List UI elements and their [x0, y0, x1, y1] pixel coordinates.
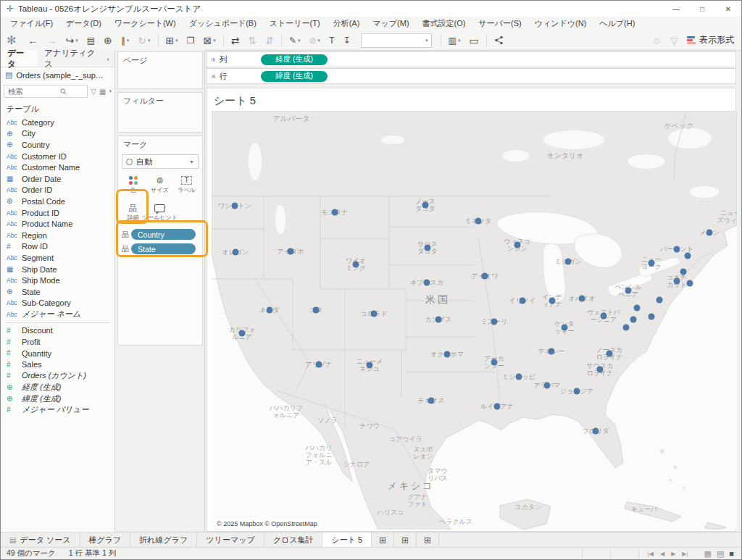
refresh-icon[interactable]: ↻▾ — [133, 35, 154, 46]
map-mark-dot[interactable]: Texas — [428, 398, 435, 404]
tableau-logo-icon[interactable]: ✻ — [1, 33, 23, 47]
map-mark-dot[interactable]: Pennsylvania — [625, 288, 632, 294]
map-mark-dot[interactable]: Arizona — [316, 362, 322, 368]
show-mark-labels-icon[interactable]: T — [325, 36, 338, 45]
columns-shelf[interactable]: ≡ 列 経度 (生成) — [206, 51, 736, 67]
map-mark-dot[interactable]: Vermont — [674, 246, 680, 253]
view-grid-icon[interactable]: ▦ — [99, 88, 106, 96]
map-mark-dot[interactable]: Indiana — [549, 298, 556, 304]
field-item[interactable]: AbcProduct Name — [1, 218, 114, 230]
menu-item-2[interactable]: ワークシート(W) — [108, 18, 183, 29]
rows-pill-latitude[interactable]: 緯度 (生成) — [261, 71, 328, 82]
sort-descending-icon[interactable]: ⇵ — [261, 35, 278, 46]
presentation-mode-icon[interactable]: ▭ — [464, 35, 483, 46]
map-mark-dot[interactable]: New Jersey — [656, 297, 663, 304]
minimize-button[interactable]: — — [663, 1, 689, 17]
new-worksheet-tab-button[interactable]: ⊞ — [372, 532, 394, 548]
field-item[interactable]: #Row ID — [1, 241, 114, 253]
map-mark-dot[interactable]: Louisiana — [494, 404, 501, 410]
field-item[interactable]: AbcSegment — [1, 252, 114, 264]
collapse-pane-icon[interactable]: ‹ — [107, 54, 114, 63]
map-mark-dot[interactable]: Colorado — [371, 311, 378, 317]
redo-icon[interactable]: → — [42, 35, 61, 46]
sheet-tab-シート 5[interactable]: シート 5 — [322, 532, 372, 548]
tooltip-button[interactable]: ツールヒント — [146, 201, 173, 225]
map-mark-dot[interactable]: West Virginia — [601, 313, 607, 319]
tab-data[interactable]: データ — [1, 50, 38, 67]
menu-item-5[interactable]: 分析(A) — [327, 18, 367, 29]
pause-updates-icon[interactable]: ∥▾ — [117, 36, 134, 45]
tab-analytics[interactable]: アナリティクス — [38, 50, 107, 67]
fit-selector[interactable]: ▾ — [361, 33, 432, 48]
sheet-tab-折れ線グラフ[interactable]: 折れ線グラフ — [130, 532, 197, 548]
last-sheet-icon[interactable]: ▶| — [682, 551, 688, 557]
filter-tools-icon[interactable]: ▽ — [666, 35, 683, 46]
field-item[interactable]: AbcShip Mode — [1, 275, 114, 286]
add-data-icon[interactable]: ⊕ — [99, 35, 117, 46]
map-mark-dot[interactable]: Florida — [593, 428, 599, 435]
map-mark-dot[interactable]: New York — [649, 260, 655, 267]
field-item[interactable]: ▦Order Date — [1, 173, 114, 185]
map-view[interactable]: アルバータオンタリオケベックニューズウィッ米国メキシコバハカリフォルニアソノラチ… — [212, 111, 737, 530]
pages-card[interactable]: ページ — [117, 51, 203, 89]
map-mark-dot[interactable]: Washington — [232, 203, 238, 209]
field-item[interactable]: ⊕Country — [1, 139, 114, 151]
sheet-tab-棒グラフ[interactable]: 棒グラフ — [80, 532, 131, 548]
field-item[interactable]: AbcCustomer ID — [1, 151, 114, 162]
map-mark-dot[interactable]: New Mexico — [367, 362, 373, 369]
map-mark-dot[interactable]: Georgia — [574, 388, 580, 395]
map-mark-dot[interactable]: Wyoming — [353, 262, 359, 268]
new-worksheet-icon[interactable]: ⊞▾ — [162, 35, 183, 46]
menu-item-0[interactable]: ファイル(F) — [4, 18, 59, 29]
duplicate-icon[interactable]: ❐ — [183, 36, 199, 45]
menu-item-4[interactable]: ストーリー(T) — [263, 18, 327, 29]
map-mark-dot[interactable]: South Carolina — [597, 367, 604, 373]
map-mark-dot[interactable]: Wisconsin — [514, 242, 521, 248]
data-guide-icon[interactable]: ☺ — [647, 35, 666, 46]
field-item[interactable]: AbcCategory — [1, 117, 114, 128]
color-button[interactable]: 色 — [120, 172, 146, 197]
map-mark-dot[interactable]: Nebraska — [424, 280, 430, 286]
label-button[interactable]: T ラベル — [173, 172, 200, 197]
field-item[interactable]: ⊕State — [1, 286, 114, 298]
map-mark-dot[interactable]: Maine — [706, 230, 713, 236]
map-mark-dot[interactable]: New Hampshire — [685, 253, 691, 259]
new-story-tab-button[interactable]: ⊞ — [417, 532, 439, 548]
map-mark-dot[interactable]: Illinois — [520, 298, 526, 304]
menu-item-3[interactable]: ダッシュボード(B) — [183, 18, 263, 29]
map-attribution[interactable]: © 2025 Mapbox © OpenStreetMap — [214, 519, 320, 528]
prev-sheet-icon[interactable]: ◀ — [660, 551, 664, 557]
menu-item-9[interactable]: ウィンドウ(N) — [528, 18, 593, 29]
map-mark-dot[interactable]: Michigan — [565, 259, 572, 265]
map-mark-dot[interactable]: Ohio — [579, 296, 585, 302]
field-item[interactable]: #メジャー バリュー — [1, 404, 114, 416]
save-icon[interactable]: ▤ — [83, 36, 99, 45]
map-mark-dot[interactable]: Oklahoma — [444, 351, 451, 358]
first-sheet-icon[interactable]: |◀ — [648, 551, 654, 557]
field-item[interactable]: ⊕Postal Code — [1, 196, 114, 207]
chevron-down-icon[interactable]: ▾ — [109, 88, 112, 94]
menu-item-8[interactable]: サーバー(S) — [472, 18, 528, 29]
field-item[interactable]: ⊕City — [1, 128, 114, 140]
menu-item-7[interactable]: 書式設定(O) — [416, 18, 472, 29]
field-item[interactable]: #Orders (カウント) — [1, 370, 114, 382]
show-me-button[interactable]: 表示形式 — [683, 34, 741, 46]
map-mark-dot[interactable]: Minnesota — [475, 218, 482, 225]
pill-country[interactable]: Country — [131, 229, 196, 240]
map-mark-dot[interactable]: Kansas — [435, 317, 442, 323]
map-mark-dot[interactable]: Tennessee — [549, 348, 555, 355]
map-mark-dot[interactable]: Nevada — [267, 307, 273, 314]
menu-item-10[interactable]: ヘルプ(H) — [593, 18, 641, 29]
map-mark-dot[interactable]: Mississippi — [516, 374, 522, 380]
size-button[interactable]: ⊚ サイズ — [146, 172, 173, 197]
map-mark-dot[interactable]: North Carolina — [606, 351, 613, 357]
current-view-icon[interactable]: ■ — [729, 549, 734, 558]
clear-sheet-icon[interactable]: ⊠▾ — [199, 35, 220, 46]
field-item[interactable]: #Profit — [1, 336, 114, 348]
columns-pill-longitude[interactable]: 経度 (生成) — [261, 54, 328, 65]
filmstrip-icon[interactable]: ▤ — [717, 549, 724, 559]
map-mark-dot[interactable]: Virginia — [623, 325, 630, 331]
pill-state[interactable]: State — [131, 243, 196, 254]
menu-item-6[interactable]: マップ(M) — [366, 18, 415, 29]
datasource-row[interactable]: ▤ Orders (sample_-_sup… — [1, 67, 114, 83]
